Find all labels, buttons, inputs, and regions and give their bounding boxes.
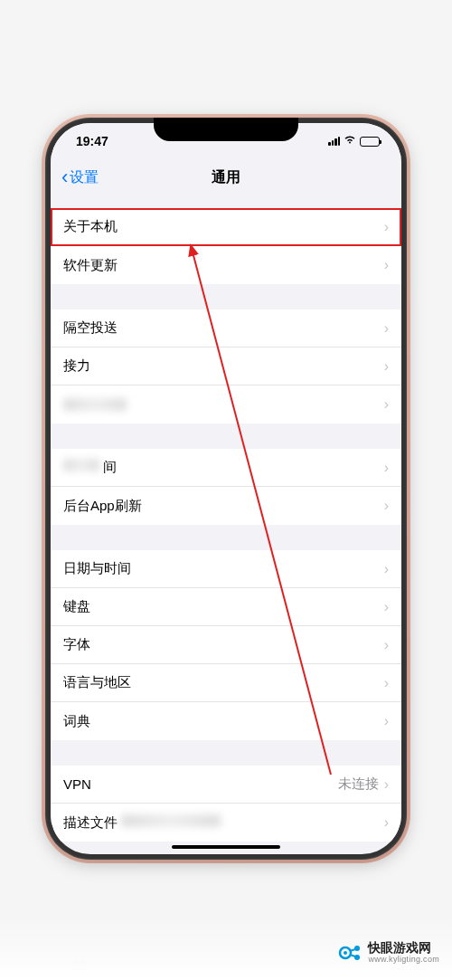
chevron-right-icon: › <box>384 396 389 413</box>
chevron-right-icon: › <box>384 358 389 375</box>
status-time: 19:47 <box>76 134 108 148</box>
notch <box>154 118 298 141</box>
row-label: 键盘 <box>63 598 90 615</box>
row-label: 后台App刷新 <box>63 498 142 515</box>
chevron-right-icon: › <box>384 675 389 691</box>
row-vpn[interactable]: VPN 未连接 › <box>51 766 401 804</box>
row-label: 语言与地区 <box>63 674 131 691</box>
chevron-right-icon: › <box>384 460 389 476</box>
chevron-right-icon: › <box>384 599 389 615</box>
row-label: 软件更新 <box>63 257 118 274</box>
row-label: 隔空投送 <box>63 319 118 337</box>
svg-point-5 <box>354 955 360 960</box>
row-blurred[interactable]: › <box>51 385 401 423</box>
home-indicator[interactable] <box>172 845 280 849</box>
row-language-region[interactable]: 语言与地区 › <box>51 664 401 702</box>
status-indicators <box>328 135 380 147</box>
row-value: 未连接 <box>338 775 379 793</box>
row-dictionary[interactable]: 词典 › <box>51 702 401 740</box>
watermark-title: 快眼游戏网 <box>368 941 439 955</box>
watermark-icon <box>337 940 363 966</box>
phone-frame: 19:47 ‹ 设置 通用 关于本机 › <box>45 118 407 860</box>
chevron-right-icon: › <box>384 257 389 273</box>
page-title: 通用 <box>212 168 240 187</box>
row-airdrop[interactable]: 隔空投送 › <box>51 309 401 347</box>
settings-group: 日期与时间 › 键盘 › 字体 › 语言与地区 › 词典 › <box>51 550 401 740</box>
chevron-right-icon: › <box>384 637 389 653</box>
watermark-url: www.kyligting.com <box>368 956 439 965</box>
chevron-right-icon: › <box>384 219 389 235</box>
blurred-label <box>63 398 127 411</box>
battery-icon <box>360 137 380 147</box>
row-label: 描述文件 <box>63 814 221 832</box>
row-label: VPN <box>63 776 91 792</box>
row-background-refresh[interactable]: 后台App刷新 › <box>51 487 401 525</box>
screen: 19:47 ‹ 设置 通用 关于本机 › <box>51 123 401 854</box>
row-label: 接力 <box>63 357 90 375</box>
chevron-right-icon: › <box>384 776 389 793</box>
settings-group: 间 › 后台App刷新 › <box>51 449 401 525</box>
chevron-right-icon: › <box>384 561 389 577</box>
settings-group: VPN 未连接 › 描述文件 › <box>51 766 401 842</box>
row-label: 字体 <box>63 636 90 653</box>
svg-point-3 <box>344 951 347 955</box>
row-keyboard[interactable]: 键盘 › <box>51 588 401 626</box>
back-button[interactable]: ‹ 设置 <box>61 167 99 187</box>
settings-group: 关于本机 › 软件更新 › <box>51 208 401 284</box>
watermark: 快眼游戏网 www.kyligting.com <box>337 940 439 966</box>
row-handoff[interactable]: 接力 › <box>51 347 401 385</box>
chevron-right-icon: › <box>384 320 389 337</box>
nav-bar: ‹ 设置 通用 <box>51 159 401 195</box>
svg-point-4 <box>354 946 360 951</box>
row-label: 关于本机 <box>63 218 118 235</box>
chevron-right-icon: › <box>384 814 389 831</box>
settings-content: 关于本机 › 软件更新 › 隔空投送 › 接力 › <box>51 195 401 842</box>
row-about[interactable]: 关于本机 › <box>51 208 401 246</box>
row-blurred-partial[interactable]: 间 › <box>51 449 401 487</box>
row-label: 间 <box>63 459 117 476</box>
signal-icon <box>328 137 340 146</box>
wifi-icon <box>344 135 356 147</box>
row-label: 日期与时间 <box>63 560 131 577</box>
row-fonts[interactable]: 字体 › <box>51 626 401 664</box>
row-label: 词典 <box>63 713 90 730</box>
back-label: 设置 <box>70 168 99 187</box>
row-date-time[interactable]: 日期与时间 › <box>51 550 401 588</box>
row-profiles[interactable]: 描述文件 › <box>51 804 401 842</box>
chevron-right-icon: › <box>384 498 389 514</box>
chevron-left-icon: ‹ <box>61 167 68 187</box>
row-software-update[interactable]: 软件更新 › <box>51 246 401 284</box>
settings-group: 隔空投送 › 接力 › › <box>51 309 401 423</box>
chevron-right-icon: › <box>384 713 389 729</box>
